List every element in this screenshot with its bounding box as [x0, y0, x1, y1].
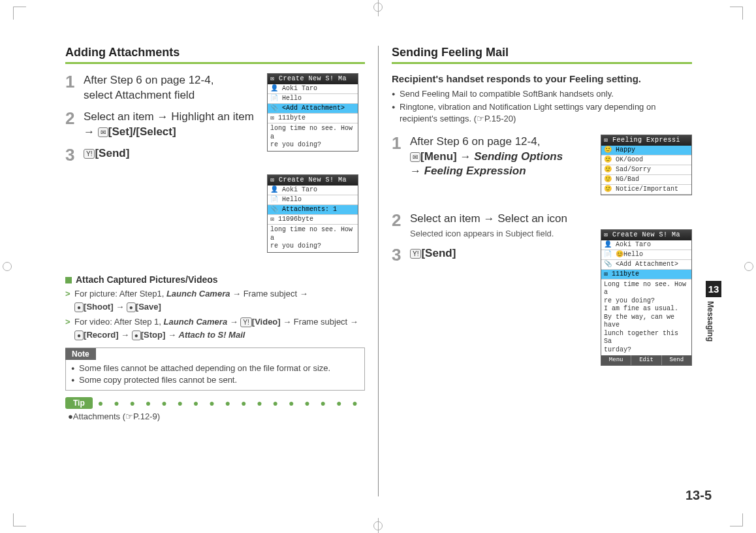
- ss-body: Long time no see. How a re you doing? I …: [601, 280, 691, 356]
- phone-screenshot-feeling-menu: ✉ Feeling Expressi 🙂 Happy 🙂 OK/Good 🙂 S…: [601, 135, 692, 195]
- ss-row: 🙂 Sad/Sorry: [601, 165, 691, 175]
- ss-row-highlighted: 📎 <Add Attachment>: [268, 104, 358, 114]
- arrow: →: [410, 165, 424, 177]
- launch-camera-label: Launch Camera: [164, 317, 228, 327]
- arrow: →: [457, 150, 474, 163]
- button-label: [Set]/[Select]: [108, 125, 176, 138]
- step-number: 3: [392, 246, 410, 263]
- step-number: 2: [392, 212, 410, 229]
- menu-item-label: Sending Options: [474, 150, 563, 163]
- crop-mark: [730, 513, 743, 526]
- text: For picture: After Step1,: [74, 289, 166, 299]
- phone-screenshot-create-mail-2: ✉ Create New S! Ma 👤 Aoki Taro 📄 Hello 📎…: [267, 174, 358, 253]
- step-3: 3 Y![Send]: [65, 146, 261, 163]
- text: →: [114, 302, 127, 312]
- square-bullet-icon: [65, 277, 72, 283]
- ss-title: ✉ Create New S! Ma: [601, 230, 691, 240]
- text: →: [227, 317, 240, 327]
- ss-row: 📎 <Add Attachment>: [601, 260, 691, 270]
- mail-icon: ✉: [98, 127, 108, 137]
- tip-row: Tip ● ● ● ● ● ● ● ● ● ● ● ● ● ● ● ● ● ● …: [65, 397, 365, 409]
- text: For video: After Step 1,: [74, 317, 164, 327]
- center-key-icon: ●: [74, 331, 84, 340]
- step-2: 2 Select an item → Highlight an item → ✉…: [65, 110, 261, 140]
- chapter-number: 13: [706, 281, 721, 297]
- attach-label: Attach to S! Mail: [179, 330, 245, 340]
- text: → Frame subject →: [281, 317, 358, 327]
- text: → Frame subject →: [230, 289, 307, 299]
- crop-mark: [13, 7, 26, 20]
- phone-screenshot-create-mail-3: ✉ Create New S! Ma 👤 Aoki Taro 📄 😊Hello …: [601, 229, 692, 366]
- sub-heading-text: Attach Captured Pictures/Videos: [76, 274, 218, 285]
- button-label: [Send]: [421, 247, 456, 259]
- ss-row: 👤 Aoki Taro: [601, 240, 691, 250]
- softkey-menu: Menu: [601, 355, 631, 365]
- tip-label: Tip: [65, 397, 93, 409]
- page-number: 13-5: [685, 488, 712, 503]
- ss-row: 📄 😊Hello: [601, 250, 691, 260]
- yahoo-key-icon: Y!: [240, 317, 251, 327]
- button-label: [Stop]: [141, 330, 166, 340]
- page-content: Adding Attachments 1 After Step 6 on pag…: [65, 46, 699, 496]
- step-text: Select an item: [84, 110, 157, 123]
- yahoo-key-icon: Y!: [410, 249, 421, 259]
- step-text: After Step 6 on page 12-4,: [410, 135, 540, 148]
- button-label: [Menu]: [420, 150, 457, 163]
- phone-screenshot-create-mail-1: ✉ Create New S! Ma 👤 Aoki Taro 📄 Hello 📎…: [267, 73, 358, 152]
- step-1: 1 After Step 6 on page 12-4, select Atta…: [65, 73, 261, 103]
- bullet-item: Ringtone, vibration and Notification Lig…: [392, 101, 692, 125]
- button-label: [Send]: [95, 147, 129, 159]
- ss-row: ✉ 111byte: [268, 114, 358, 123]
- bullet-item: Send Feeling Mail to compatible SoftBank…: [392, 88, 692, 100]
- step-2: 2 Select an item → Select an icon Select…: [392, 212, 588, 239]
- section-title-left: Adding Attachments: [65, 46, 365, 64]
- registration-mark: [373, 521, 383, 530]
- tip-dots: ● ● ● ● ● ● ● ● ● ● ● ● ● ● ● ● ● ● ● ● …: [98, 398, 365, 408]
- step-number: 1: [392, 135, 410, 152]
- sub-heading: Attach Captured Pictures/Videos: [65, 274, 365, 285]
- mail-icon: ✉: [410, 152, 420, 162]
- button-label: [Save]: [136, 302, 161, 312]
- chevron-item: For video: After Step 1, Launch Camera →…: [65, 315, 365, 341]
- ss-body: long time no see. How a re you doing?: [268, 225, 358, 252]
- step-1: 1 After Step 6 on page 12-4, ✉[Menu] → S…: [392, 135, 588, 180]
- step-number: 1: [65, 73, 84, 90]
- note-label: Note: [65, 348, 96, 360]
- ss-row: ✉ 11096byte: [268, 215, 358, 225]
- note-item: Some files cannot be attached depending …: [71, 363, 359, 374]
- ss-title: ✉ Feeling Expressi: [601, 135, 691, 146]
- registration-mark: [373, 3, 383, 12]
- ss-row: 🙂 Notice/Important: [601, 185, 691, 195]
- crop-mark: [730, 7, 743, 20]
- note-box: Note Some files cannot be attached depen…: [65, 347, 365, 391]
- tip-reference: ●Attachments (☞P.12-9): [65, 412, 365, 421]
- registration-mark: [744, 262, 753, 271]
- side-tab: 13 Messaging: [706, 281, 721, 346]
- step-text: select Attachment field: [84, 89, 195, 101]
- button-label: [Shoot]: [84, 302, 113, 312]
- ss-row: 📄 Hello: [268, 195, 358, 205]
- yahoo-key-icon: Y!: [84, 149, 95, 159]
- section-title-right: Sending Feeling Mail: [392, 46, 692, 64]
- button-label: [Video]: [252, 317, 281, 327]
- intro-text: Recipient's handset responds to your Fee…: [392, 73, 692, 84]
- ss-row-highlighted: 🙂 Happy: [601, 146, 691, 155]
- left-column: Adding Attachments 1 After Step 6 on pag…: [65, 46, 379, 496]
- arrow: →: [84, 125, 98, 138]
- center-key-icon: ●: [132, 331, 141, 340]
- ss-title: ✉ Create New S! Ma: [268, 175, 358, 186]
- ss-body: long time no see. How a re you doing?: [268, 123, 358, 151]
- step-number: 2: [65, 110, 84, 127]
- step-subtext: Selected icon appears in Subject field.: [410, 228, 588, 240]
- ss-row-highlighted: 📎 Attachments: 1: [268, 205, 358, 215]
- step-text: Select an item → Select an icon: [410, 212, 567, 225]
- launch-camera-label: Launch Camera: [166, 289, 230, 299]
- ss-row: 👤 Aoki Taro: [268, 84, 358, 94]
- center-key-icon: ●: [74, 302, 84, 312]
- bullet-list: Send Feeling Mail to compatible SoftBank…: [392, 88, 692, 125]
- ss-row-highlighted: ✉ 111byte: [601, 270, 691, 280]
- note-item: Some copy protected files cannot be sent…: [71, 374, 359, 386]
- ss-title: ✉ Create New S! Ma: [268, 74, 358, 84]
- step-3: 3 Y![Send]: [392, 246, 588, 263]
- step-text: Highlight an item: [168, 110, 253, 123]
